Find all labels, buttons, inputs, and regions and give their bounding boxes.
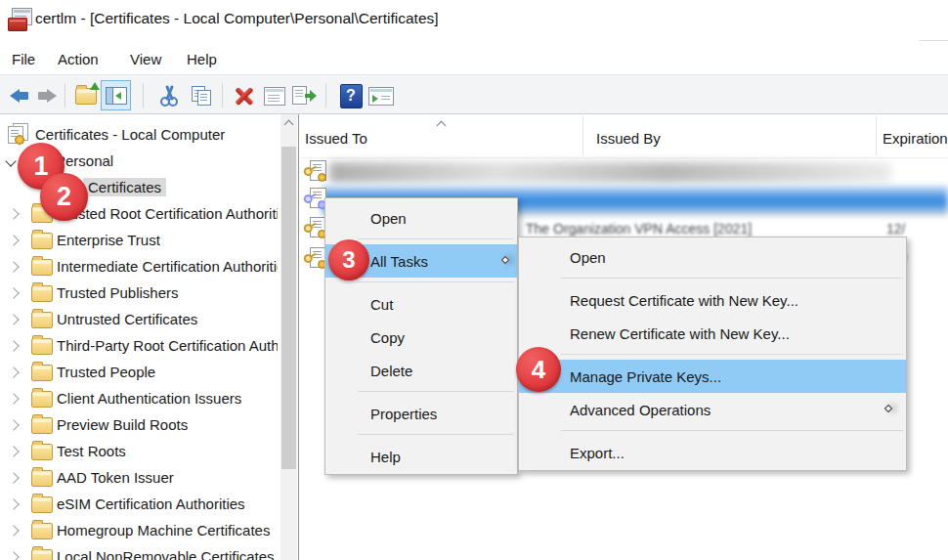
step-annotation-3: 3 bbox=[328, 239, 369, 280]
column-issued-to[interactable]: Issued To bbox=[305, 130, 367, 147]
collapsed-chevron-icon[interactable] bbox=[8, 261, 19, 272]
collapsed-chevron-icon[interactable] bbox=[8, 235, 19, 245]
tree-item-trusted-people[interactable]: Trusted People bbox=[0, 359, 299, 385]
submenu-manage-private-keys[interactable]: Manage Private Keys... bbox=[519, 360, 906, 393]
tree-item-test-roots[interactable]: Test Roots bbox=[0, 438, 299, 464]
submenu-request-certificate[interactable]: Request Certificate with New Key... bbox=[519, 283, 906, 317]
folder-icon bbox=[31, 549, 53, 560]
menu-help[interactable]: Help bbox=[183, 49, 221, 69]
copy-icon bbox=[190, 85, 213, 107]
folder-icon bbox=[31, 523, 53, 539]
submenu-arrow-icon bbox=[884, 405, 892, 412]
menu-file[interactable]: File bbox=[8, 49, 39, 69]
column-separator[interactable] bbox=[876, 116, 877, 155]
collapsed-chevron-icon[interactable] bbox=[8, 498, 19, 509]
tree-item-aad-token[interactable]: AAD Token Issuer bbox=[0, 464, 299, 491]
submenu-renew-certificate[interactable]: Renew Certificate with New Key... bbox=[519, 317, 906, 350]
collapsed-chevron-icon[interactable] bbox=[8, 446, 19, 456]
menu-view[interactable]: View bbox=[126, 49, 165, 69]
delete-button[interactable] bbox=[232, 83, 257, 108]
all-tasks-submenu: Open Request Certificate with New Key...… bbox=[518, 237, 907, 471]
menu-separator bbox=[358, 391, 514, 392]
collapsed-chevron-icon[interactable] bbox=[8, 340, 19, 351]
export-list-button[interactable] bbox=[291, 83, 317, 108]
toolbar: ? bbox=[0, 74, 948, 114]
tree-item-intermediate[interactable]: Intermediate Certification Authorities bbox=[0, 253, 299, 280]
column-issued-by[interactable]: Issued By bbox=[596, 130, 661, 147]
context-menu-copy[interactable]: Copy bbox=[325, 321, 517, 354]
tree-item-client-auth[interactable]: Client Authentication Issuers bbox=[0, 385, 299, 411]
blurred-row-text: The Organization VPN Access [2021] bbox=[526, 221, 878, 237]
context-menu-properties[interactable]: Properties bbox=[325, 397, 517, 430]
collapsed-chevron-icon[interactable] bbox=[8, 419, 19, 430]
collapsed-chevron-icon[interactable] bbox=[8, 208, 19, 219]
collapsed-chevron-icon[interactable] bbox=[8, 472, 19, 483]
menu-separator bbox=[561, 278, 903, 279]
cut-icon bbox=[157, 84, 181, 108]
help-button[interactable]: ? bbox=[338, 83, 364, 108]
tree-item-esim[interactable]: eSIM Certification Authorities bbox=[0, 491, 299, 517]
context-menu-cut[interactable]: Cut bbox=[325, 287, 517, 321]
submenu-arrow-icon bbox=[501, 256, 509, 264]
scroll-up-icon[interactable] bbox=[284, 120, 294, 130]
forward-button[interactable] bbox=[34, 83, 60, 108]
collapsed-chevron-icon[interactable] bbox=[8, 366, 19, 377]
folder-icon bbox=[31, 391, 53, 408]
submenu-open[interactable]: Open bbox=[519, 240, 906, 274]
menu-separator bbox=[358, 281, 514, 282]
properties-button[interactable] bbox=[262, 83, 287, 108]
scrollbar-thumb[interactable] bbox=[281, 147, 296, 469]
new-window-icon bbox=[368, 87, 394, 106]
up-one-level-icon bbox=[75, 88, 97, 105]
tree-item-preview-build[interactable]: Preview Build Roots bbox=[0, 411, 299, 438]
folder-icon bbox=[31, 417, 53, 434]
tree-vertical-scrollbar[interactable] bbox=[280, 114, 297, 560]
copy-button[interactable] bbox=[189, 83, 214, 108]
decorative-line bbox=[919, 40, 948, 41]
submenu-export[interactable]: Export... bbox=[519, 436, 906, 469]
export-list-icon bbox=[291, 86, 317, 106]
collapsed-chevron-icon[interactable] bbox=[8, 525, 19, 536]
up-one-level-button[interactable] bbox=[73, 83, 99, 108]
context-menu-delete[interactable]: Delete bbox=[325, 354, 517, 387]
certificates-root-icon bbox=[6, 123, 29, 145]
tree-item-homegroup[interactable]: Homegroup Machine Certificates bbox=[0, 517, 299, 543]
tree-item-local-nonremovable[interactable]: Local NonRemovable Certificates bbox=[0, 543, 299, 560]
redacted-text bbox=[329, 162, 891, 183]
tree-item-untrusted[interactable]: Untrusted Certificates bbox=[0, 306, 299, 332]
folder-icon bbox=[31, 365, 53, 381]
collapsed-chevron-icon[interactable] bbox=[8, 314, 19, 324]
context-menu-open[interactable]: Open bbox=[325, 201, 517, 235]
toolbar-separator bbox=[325, 83, 326, 108]
context-menu-help[interactable]: Help bbox=[325, 440, 517, 473]
collapsed-chevron-icon[interactable] bbox=[8, 393, 19, 404]
column-separator[interactable] bbox=[582, 116, 583, 155]
menu-separator bbox=[358, 238, 514, 239]
folder-icon bbox=[31, 444, 53, 460]
tree-item-enterprise-trust[interactable]: Enterprise Trust bbox=[0, 227, 299, 253]
toolbar-separator bbox=[143, 83, 144, 108]
show-hide-console-tree-button[interactable] bbox=[101, 80, 131, 110]
header-divider bbox=[300, 157, 948, 158]
tree-item-third-party[interactable]: Third-Party Root Certification Authoriti… bbox=[0, 332, 299, 359]
folder-icon bbox=[31, 233, 53, 249]
submenu-advanced-operations[interactable]: Advanced Operations bbox=[519, 393, 906, 426]
certlm-app-icon bbox=[8, 8, 33, 31]
menu-separator bbox=[561, 430, 903, 431]
tree-item-trusted-publishers[interactable]: Trusted Publishers bbox=[0, 280, 299, 306]
window-title: certlm - [Certificates - Local Computer\… bbox=[35, 10, 439, 27]
folder-icon bbox=[31, 312, 53, 328]
step-annotation-2: 2 bbox=[40, 173, 88, 221]
forward-icon bbox=[38, 89, 57, 103]
column-expiration[interactable]: Expiration bbox=[883, 130, 948, 147]
folder-icon bbox=[31, 470, 53, 487]
collapsed-chevron-icon[interactable] bbox=[8, 287, 19, 298]
menu-separator bbox=[561, 354, 903, 355]
help-icon: ? bbox=[340, 84, 363, 108]
collapsed-chevron-icon[interactable] bbox=[8, 551, 19, 560]
back-button[interactable] bbox=[6, 83, 31, 108]
expand-chevron-icon[interactable] bbox=[5, 155, 16, 166]
menu-action[interactable]: Action bbox=[54, 49, 103, 69]
new-window-button[interactable] bbox=[368, 83, 394, 108]
cut-button[interactable] bbox=[156, 83, 182, 108]
